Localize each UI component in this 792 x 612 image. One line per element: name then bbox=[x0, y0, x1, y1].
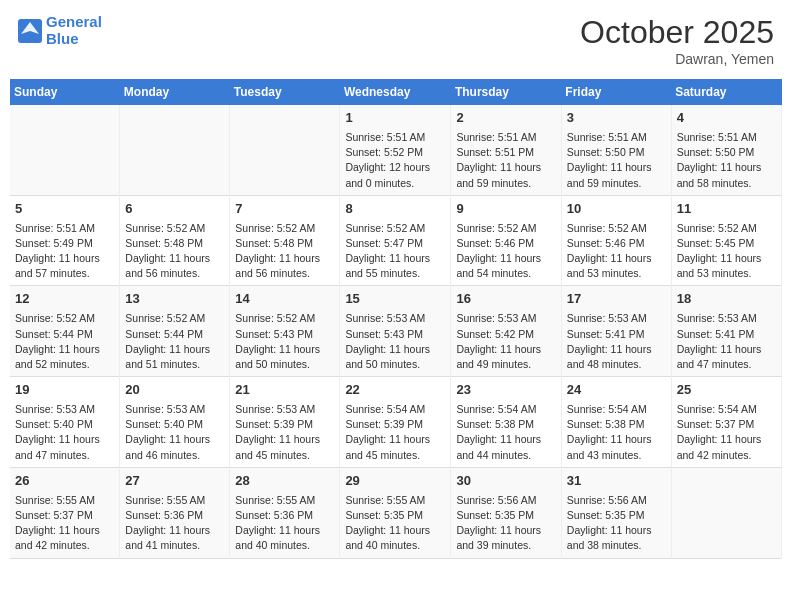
sunset-text: Sunset: 5:37 PM bbox=[677, 418, 755, 430]
calendar-week-row: 12Sunrise: 5:52 AMSunset: 5:44 PMDayligh… bbox=[10, 286, 782, 377]
sunrise-text: Sunrise: 5:55 AM bbox=[125, 494, 205, 506]
sunset-text: Sunset: 5:40 PM bbox=[15, 418, 93, 430]
daylight-text: Daylight: 11 hours and 58 minutes. bbox=[677, 161, 762, 188]
sunset-text: Sunset: 5:48 PM bbox=[235, 237, 313, 249]
sunrise-text: Sunrise: 5:54 AM bbox=[345, 403, 425, 415]
sunset-text: Sunset: 5:43 PM bbox=[235, 328, 313, 340]
day-number: 5 bbox=[15, 200, 114, 219]
daylight-text: Daylight: 11 hours and 43 minutes. bbox=[567, 433, 652, 460]
day-number: 8 bbox=[345, 200, 445, 219]
calendar-cell: 25Sunrise: 5:54 AMSunset: 5:37 PMDayligh… bbox=[671, 377, 781, 468]
daylight-text: Daylight: 11 hours and 52 minutes. bbox=[15, 343, 100, 370]
sunrise-text: Sunrise: 5:52 AM bbox=[456, 222, 536, 234]
day-number: 23 bbox=[456, 381, 555, 400]
day-number: 6 bbox=[125, 200, 224, 219]
daylight-text: Daylight: 11 hours and 45 minutes. bbox=[345, 433, 430, 460]
sunset-text: Sunset: 5:40 PM bbox=[125, 418, 203, 430]
sunset-text: Sunset: 5:46 PM bbox=[567, 237, 645, 249]
sunset-text: Sunset: 5:35 PM bbox=[345, 509, 423, 521]
sunset-text: Sunset: 5:51 PM bbox=[456, 146, 534, 158]
sunset-text: Sunset: 5:44 PM bbox=[125, 328, 203, 340]
day-number: 7 bbox=[235, 200, 334, 219]
day-number: 1 bbox=[345, 109, 445, 128]
calendar-table: SundayMondayTuesdayWednesdayThursdayFrid… bbox=[10, 79, 782, 559]
month-title: October 2025 bbox=[580, 14, 774, 51]
sunset-text: Sunset: 5:41 PM bbox=[677, 328, 755, 340]
day-number: 11 bbox=[677, 200, 776, 219]
calendar-cell: 5Sunrise: 5:51 AMSunset: 5:49 PMDaylight… bbox=[10, 195, 120, 286]
sunrise-text: Sunrise: 5:52 AM bbox=[235, 312, 315, 324]
calendar-cell bbox=[671, 467, 781, 558]
day-number: 31 bbox=[567, 472, 666, 491]
sunrise-text: Sunrise: 5:53 AM bbox=[567, 312, 647, 324]
day-number: 14 bbox=[235, 290, 334, 309]
calendar-cell: 31Sunrise: 5:56 AMSunset: 5:35 PMDayligh… bbox=[561, 467, 671, 558]
sunset-text: Sunset: 5:35 PM bbox=[567, 509, 645, 521]
sunrise-text: Sunrise: 5:53 AM bbox=[456, 312, 536, 324]
sunset-text: Sunset: 5:43 PM bbox=[345, 328, 423, 340]
calendar-cell: 26Sunrise: 5:55 AMSunset: 5:37 PMDayligh… bbox=[10, 467, 120, 558]
day-number: 17 bbox=[567, 290, 666, 309]
sunset-text: Sunset: 5:42 PM bbox=[456, 328, 534, 340]
calendar-cell: 28Sunrise: 5:55 AMSunset: 5:36 PMDayligh… bbox=[230, 467, 340, 558]
daylight-text: Daylight: 11 hours and 59 minutes. bbox=[567, 161, 652, 188]
sunrise-text: Sunrise: 5:53 AM bbox=[15, 403, 95, 415]
daylight-text: Daylight: 11 hours and 41 minutes. bbox=[125, 524, 210, 551]
calendar-cell: 20Sunrise: 5:53 AMSunset: 5:40 PMDayligh… bbox=[120, 377, 230, 468]
daylight-text: Daylight: 11 hours and 45 minutes. bbox=[235, 433, 320, 460]
day-number: 27 bbox=[125, 472, 224, 491]
calendar-cell: 21Sunrise: 5:53 AMSunset: 5:39 PMDayligh… bbox=[230, 377, 340, 468]
sunset-text: Sunset: 5:35 PM bbox=[456, 509, 534, 521]
calendar-cell: 16Sunrise: 5:53 AMSunset: 5:42 PMDayligh… bbox=[451, 286, 561, 377]
weekday-header: Friday bbox=[561, 79, 671, 105]
day-number: 24 bbox=[567, 381, 666, 400]
calendar-cell: 27Sunrise: 5:55 AMSunset: 5:36 PMDayligh… bbox=[120, 467, 230, 558]
calendar-cell: 24Sunrise: 5:54 AMSunset: 5:38 PMDayligh… bbox=[561, 377, 671, 468]
daylight-text: Daylight: 11 hours and 39 minutes. bbox=[456, 524, 541, 551]
daylight-text: Daylight: 11 hours and 59 minutes. bbox=[456, 161, 541, 188]
sunrise-text: Sunrise: 5:52 AM bbox=[125, 222, 205, 234]
sunrise-text: Sunrise: 5:54 AM bbox=[567, 403, 647, 415]
calendar-cell: 11Sunrise: 5:52 AMSunset: 5:45 PMDayligh… bbox=[671, 195, 781, 286]
logo-text-blue: Blue bbox=[46, 30, 79, 47]
daylight-text: Daylight: 11 hours and 46 minutes. bbox=[125, 433, 210, 460]
sunrise-text: Sunrise: 5:52 AM bbox=[345, 222, 425, 234]
day-number: 21 bbox=[235, 381, 334, 400]
calendar-cell: 7Sunrise: 5:52 AMSunset: 5:48 PMDaylight… bbox=[230, 195, 340, 286]
daylight-text: Daylight: 11 hours and 47 minutes. bbox=[677, 343, 762, 370]
day-number: 15 bbox=[345, 290, 445, 309]
sunrise-text: Sunrise: 5:52 AM bbox=[15, 312, 95, 324]
daylight-text: Daylight: 11 hours and 55 minutes. bbox=[345, 252, 430, 279]
sunrise-text: Sunrise: 5:53 AM bbox=[677, 312, 757, 324]
logo-icon bbox=[18, 19, 42, 43]
calendar-cell: 30Sunrise: 5:56 AMSunset: 5:35 PMDayligh… bbox=[451, 467, 561, 558]
calendar-cell: 10Sunrise: 5:52 AMSunset: 5:46 PMDayligh… bbox=[561, 195, 671, 286]
calendar-cell: 8Sunrise: 5:52 AMSunset: 5:47 PMDaylight… bbox=[340, 195, 451, 286]
sunset-text: Sunset: 5:50 PM bbox=[677, 146, 755, 158]
calendar-cell: 13Sunrise: 5:52 AMSunset: 5:44 PMDayligh… bbox=[120, 286, 230, 377]
sunset-text: Sunset: 5:45 PM bbox=[677, 237, 755, 249]
calendar-cell: 17Sunrise: 5:53 AMSunset: 5:41 PMDayligh… bbox=[561, 286, 671, 377]
calendar-header-row: SundayMondayTuesdayWednesdayThursdayFrid… bbox=[10, 79, 782, 105]
day-number: 9 bbox=[456, 200, 555, 219]
sunset-text: Sunset: 5:46 PM bbox=[456, 237, 534, 249]
daylight-text: Daylight: 11 hours and 53 minutes. bbox=[567, 252, 652, 279]
sunrise-text: Sunrise: 5:54 AM bbox=[456, 403, 536, 415]
sunrise-text: Sunrise: 5:51 AM bbox=[456, 131, 536, 143]
calendar-cell bbox=[230, 105, 340, 195]
calendar-week-row: 19Sunrise: 5:53 AMSunset: 5:40 PMDayligh… bbox=[10, 377, 782, 468]
calendar-cell: 14Sunrise: 5:52 AMSunset: 5:43 PMDayligh… bbox=[230, 286, 340, 377]
day-number: 16 bbox=[456, 290, 555, 309]
daylight-text: Daylight: 11 hours and 42 minutes. bbox=[677, 433, 762, 460]
sunrise-text: Sunrise: 5:55 AM bbox=[235, 494, 315, 506]
sunrise-text: Sunrise: 5:52 AM bbox=[567, 222, 647, 234]
sunset-text: Sunset: 5:38 PM bbox=[456, 418, 534, 430]
sunset-text: Sunset: 5:38 PM bbox=[567, 418, 645, 430]
day-number: 26 bbox=[15, 472, 114, 491]
sunrise-text: Sunrise: 5:56 AM bbox=[567, 494, 647, 506]
sunrise-text: Sunrise: 5:51 AM bbox=[677, 131, 757, 143]
sunrise-text: Sunrise: 5:55 AM bbox=[15, 494, 95, 506]
day-number: 12 bbox=[15, 290, 114, 309]
daylight-text: Daylight: 11 hours and 51 minutes. bbox=[125, 343, 210, 370]
day-number: 28 bbox=[235, 472, 334, 491]
